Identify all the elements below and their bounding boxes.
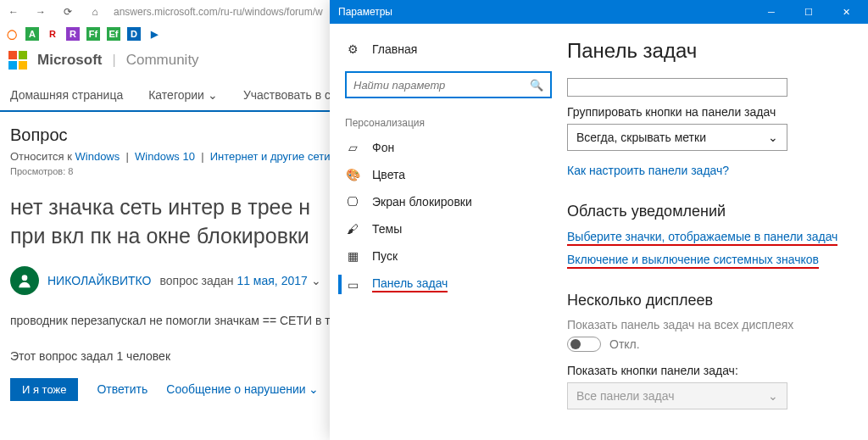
chevron-down-icon: ⌄ [768,131,778,144]
hidden-dropdown[interactable] [567,78,787,97]
author-link[interactable]: НИКОЛАЙКВИТКО [47,274,152,287]
brand-label: Microsoft [37,52,103,69]
window-title: Параметры [338,6,753,18]
fav-icon-3[interactable]: R [46,27,59,41]
lock-icon: 🖵 [345,195,360,209]
nav-start[interactable]: ▦Пуск [338,242,559,270]
microsoft-logo[interactable] [8,51,27,70]
brand-divider: | [113,53,116,68]
me-too-button[interactable]: И я тоже [10,378,78,401]
nav-taskbar[interactable]: ▭Панель задач [338,270,559,299]
page-title: Панель задач [567,39,860,63]
bc-windows10[interactable]: Windows 10 [135,150,195,163]
multi-taskbar-toggle[interactable] [567,337,601,352]
brush-icon: 🖌 [345,222,360,236]
nav-home[interactable]: Домашняя страница [10,88,123,102]
combine-label: Группировать кнопки на панели задач [567,105,860,119]
notification-area-heading: Область уведомлений [567,203,860,220]
select-icons-link[interactable]: Выберите значки, отображаемые в панели з… [567,230,837,243]
back-icon[interactable]: ← [5,3,22,20]
svg-point-0 [22,275,28,281]
gear-icon: ⚙ [345,42,360,56]
refresh-icon[interactable]: ⟳ [59,3,76,20]
reply-link[interactable]: Ответить [97,382,147,396]
system-icons-link[interactable]: Включение и выключение системных значков [567,253,819,266]
start-icon: ▦ [345,249,360,263]
nav-categories[interactable]: Категории⌄ [148,88,218,102]
search-input[interactable] [353,79,530,92]
asked-label: вопрос задан 11 мая, 2017 ⌄ [160,274,321,287]
nav-background[interactable]: ▱Фон [338,134,559,161]
close-button[interactable]: ✕ [827,0,865,24]
person-icon [16,272,33,289]
avatar[interactable] [10,266,39,295]
multi-display-heading: Несколько дисплеев [567,292,860,309]
picture-icon: ▱ [345,141,360,154]
combine-dropdown[interactable]: Всегда, скрывать метки ⌄ [567,124,787,151]
fav-icon-6[interactable]: Ef [107,27,120,41]
chevron-down-icon: ⌄ [768,389,778,403]
search-icon: 🔍 [530,79,543,92]
fav-icon-7[interactable]: D [127,27,141,41]
nav-lockscreen[interactable]: 🖵Экран блокировки [338,188,559,215]
show-buttons-dropdown: Все панели задач ⌄ [567,382,787,409]
taskbar-icon: ▭ [345,278,360,292]
maximize-button[interactable]: ☐ [790,0,827,24]
bc-internet[interactable]: Интернет и другие сети [210,150,331,163]
minimize-button[interactable]: ─ [753,0,790,24]
community-label[interactable]: Community [126,52,199,69]
chevron-down-icon[interactable]: ⌄ [311,274,321,287]
home-icon[interactable]: ⌂ [86,3,103,20]
settings-home[interactable]: ⚙ Главная [338,36,559,63]
section-label: Персонализация [338,102,559,134]
nav-colors[interactable]: 🎨Цвета [338,161,559,188]
chevron-down-icon: ⌄ [208,88,218,102]
titlebar[interactable]: Параметры ─ ☐ ✕ [330,0,868,24]
nav-themes[interactable]: 🖌Темы [338,215,559,242]
palette-icon: 🎨 [345,168,360,181]
fav-icon-8[interactable]: ▶ [147,27,161,41]
fav-icon-5[interactable]: Ff [86,27,100,41]
bc-windows[interactable]: Windows [75,150,120,163]
settings-search[interactable]: 🔍 [345,71,552,98]
report-link[interactable]: Сообщение о нарушении ⌄ [166,382,319,396]
post-date-link[interactable]: 11 мая, 2017 [236,274,307,287]
fav-icon-1[interactable]: ◯ [5,27,19,41]
howto-link[interactable]: Как настроить панели задач? [567,164,729,177]
fav-icon-2[interactable]: A [25,27,39,41]
toggle-state: Откл. [609,337,640,351]
settings-window: Параметры ─ ☐ ✕ ⚙ Главная 🔍 Персонализац… [330,0,868,440]
forward-icon[interactable]: → [32,3,49,20]
fav-icon-4[interactable]: R [66,27,80,41]
multi-taskbar-label: Показать панель задач на всех дисплеях [567,318,860,331]
show-buttons-label: Показать кнопки панели задач: [567,364,860,377]
